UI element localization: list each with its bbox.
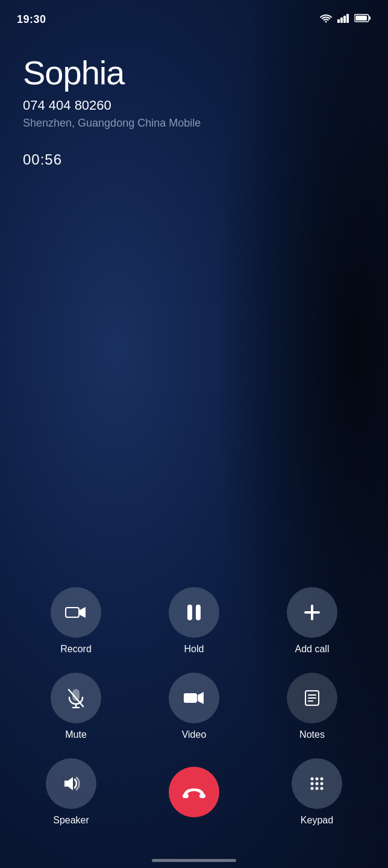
speaker-control[interactable]: Speaker xyxy=(46,758,96,826)
video-button[interactable] xyxy=(169,673,219,723)
svg-rect-0 xyxy=(337,19,340,23)
status-time: 19:30 xyxy=(17,13,46,26)
record-button[interactable] xyxy=(51,587,101,638)
keypad-icon xyxy=(308,775,326,793)
add-call-icon xyxy=(303,603,321,621)
wifi-icon xyxy=(319,13,333,25)
svg-point-33 xyxy=(316,787,319,790)
mute-icon xyxy=(67,688,85,708)
svg-point-32 xyxy=(311,787,314,790)
controls-grid: Record Hold xyxy=(23,587,365,740)
svg-point-31 xyxy=(321,782,324,785)
keypad-label: Keypad xyxy=(301,815,333,826)
status-icons xyxy=(319,13,371,25)
record-label: Record xyxy=(60,644,92,655)
hold-label: Hold xyxy=(184,644,204,655)
svg-point-28 xyxy=(321,778,324,781)
caller-name: Sophia xyxy=(23,54,365,92)
caller-location: Shenzhen, Guangdong China Mobile xyxy=(23,117,365,130)
video-icon xyxy=(183,691,205,705)
end-call-button[interactable] xyxy=(169,767,219,817)
svg-point-26 xyxy=(311,778,314,781)
caller-number: 074 404 80260 xyxy=(23,98,365,113)
call-info: Sophia 074 404 80260 Shenzhen, Guangdong… xyxy=(0,30,388,168)
add-call-label: Add call xyxy=(295,644,330,655)
svg-point-27 xyxy=(316,778,319,781)
mute-control[interactable]: Mute xyxy=(23,673,129,740)
svg-rect-17 xyxy=(184,693,197,703)
controls-area: Record Hold xyxy=(0,587,388,868)
video-control[interactable]: Video xyxy=(141,673,247,740)
svg-rect-9 xyxy=(187,605,192,620)
add-call-button[interactable] xyxy=(287,587,337,638)
end-call-icon xyxy=(183,786,205,798)
svg-rect-5 xyxy=(369,16,371,20)
call-timer: 00:56 xyxy=(23,151,365,168)
svg-rect-1 xyxy=(340,17,343,23)
speaker-button[interactable] xyxy=(46,758,96,809)
record-icon xyxy=(65,606,87,619)
keypad-button[interactable] xyxy=(292,758,342,809)
svg-rect-24 xyxy=(183,794,189,798)
hold-control[interactable]: Hold xyxy=(141,587,247,655)
svg-marker-23 xyxy=(64,777,73,790)
end-call-control[interactable] xyxy=(169,767,219,817)
svg-rect-25 xyxy=(199,794,205,798)
svg-marker-8 xyxy=(80,607,86,618)
svg-rect-6 xyxy=(355,16,367,20)
svg-rect-7 xyxy=(66,608,79,617)
mute-button[interactable] xyxy=(51,673,101,723)
add-call-control[interactable]: Add call xyxy=(259,587,365,655)
notes-icon xyxy=(304,690,321,706)
record-control[interactable]: Record xyxy=(23,587,129,655)
svg-marker-18 xyxy=(198,692,204,704)
svg-point-29 xyxy=(311,782,314,785)
keypad-control[interactable]: Keypad xyxy=(292,758,342,826)
svg-point-30 xyxy=(316,782,319,785)
svg-rect-12 xyxy=(304,611,320,614)
notes-label: Notes xyxy=(299,729,325,740)
speaker-icon xyxy=(62,775,80,793)
battery-icon xyxy=(354,14,371,25)
video-label: Video xyxy=(182,729,207,740)
signal-icon xyxy=(337,13,349,25)
svg-rect-3 xyxy=(346,14,349,23)
svg-rect-10 xyxy=(196,605,201,620)
hold-button[interactable] xyxy=(169,587,219,638)
speaker-label: Speaker xyxy=(53,815,89,826)
hold-icon xyxy=(186,603,202,621)
svg-rect-2 xyxy=(343,16,346,23)
mute-label: Mute xyxy=(65,729,87,740)
notes-button[interactable] xyxy=(287,673,337,723)
svg-point-34 xyxy=(321,787,324,790)
notes-control[interactable]: Notes xyxy=(259,673,365,740)
bottom-row: Speaker xyxy=(23,758,365,826)
status-bar: 19:30 xyxy=(0,0,388,30)
